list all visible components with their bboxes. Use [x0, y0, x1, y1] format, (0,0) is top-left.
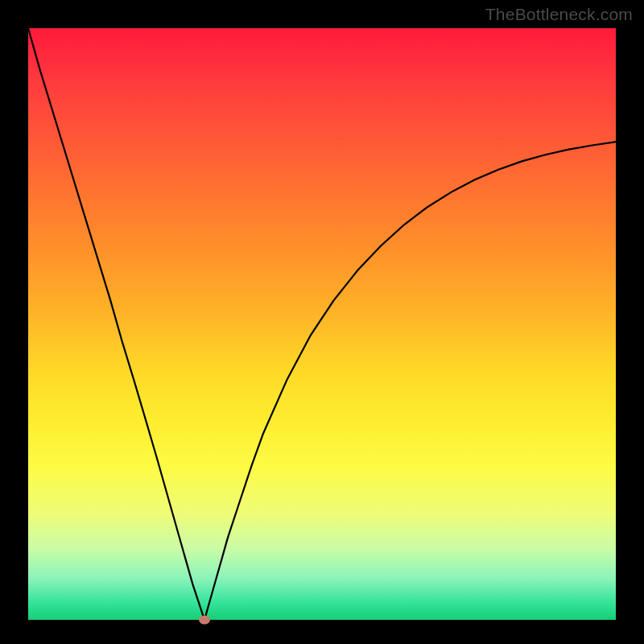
plot-area — [28, 28, 616, 620]
optimal-point-marker — [199, 616, 210, 625]
chart-frame: TheBottleneck.com — [0, 0, 644, 644]
watermark-text: TheBottleneck.com — [485, 5, 633, 24]
bottleneck-curve — [28, 28, 616, 620]
